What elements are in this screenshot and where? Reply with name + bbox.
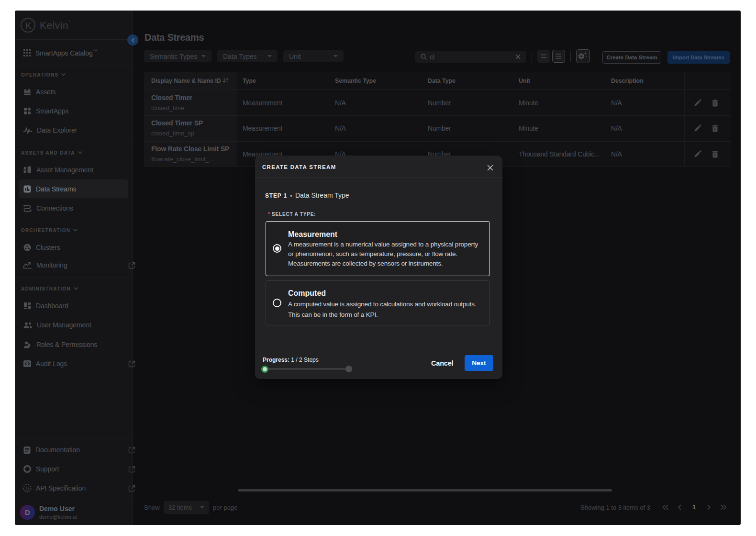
svg-text:{·}: {·}: [26, 487, 29, 491]
